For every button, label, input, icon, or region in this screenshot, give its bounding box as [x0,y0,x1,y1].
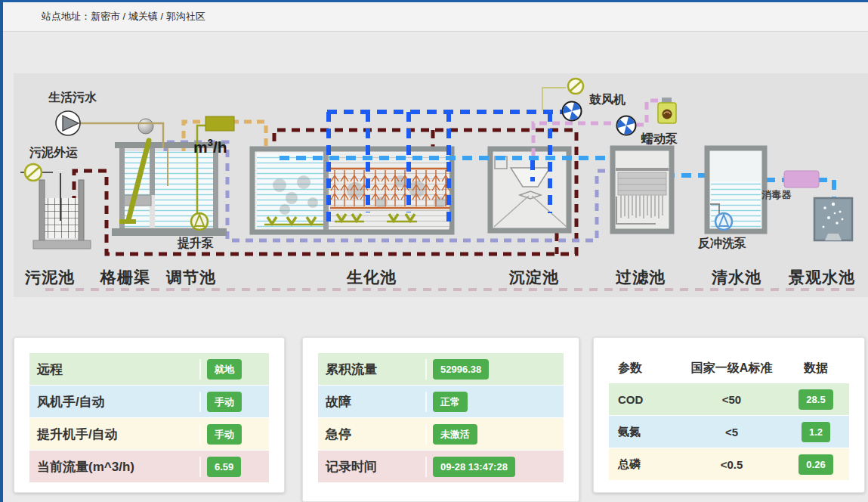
tank-label-sludge: 污泥池 [24,268,75,286]
disinfector-icon [784,171,819,187]
table-row: 急停 未激活 [318,418,564,450]
value-badge: 6.59 [207,457,241,477]
sludge-pool-tank [33,173,91,249]
value-badge: 0.26 [798,454,832,475]
table-row: 故障 正常 [318,386,564,417]
table-row: COD <50 28.5 [609,383,849,415]
peristaltic-fan-icon [615,116,636,138]
column-header: 国家一级A标准 [681,361,783,376]
filter-tank [613,148,672,231]
label-lift-pump: 提升泵 [177,237,214,249]
row-label: 记录时间 [326,458,425,476]
param-standard: <50 [681,393,783,406]
tank-label-sediment: 沉淀池 [508,268,559,286]
header-bar: 站点地址：新密市 / 城关镇 / 郭沟社区 [3,2,868,32]
process-flow-diagram: m3/h 生活污水 污泥外运 提升泵 鼓风机 蠕动泵 反冲洗泵 消毒器 污泥池 … [14,73,868,297]
control-panel-card: 远程 就地 风机手/自动 手动 提升机手/自动 手动 当前流量(m^3/h) 6… [14,337,285,493]
biochemical-tank [252,149,452,232]
tank-label-screen: 格栅渠 [100,268,150,286]
quality-table-header: 参数 国家一级A标准 数据 [609,353,849,383]
sedimentation-tank [490,149,569,231]
table-row: 风机手/自动 手动 [29,386,269,417]
dosing-container-icon [658,98,676,123]
row-label: 当前流量(m^3/h) [37,458,199,476]
param-name: 总磷 [609,457,681,472]
water-quality-card: 参数 国家一级A标准 数据 COD <50 28.5 氨氮 <5 1.2 总磷 … [593,337,865,493]
row-label: 急停 [326,426,425,443]
row-label: 远程 [37,361,199,378]
label-backwash: 反冲洗泵 [697,237,746,249]
status-badge: 手动 [207,424,242,445]
value-badge: 28.5 [798,389,832,410]
label-peristaltic: 蠕动泵 [641,132,678,145]
tank-label-filter: 过滤池 [615,268,666,286]
tank-label-bio: 生化池 [346,268,397,286]
value-badge: 1.2 [802,422,830,442]
table-row: 当前流量(m^3/h) 6.59 [29,451,269,482]
timestamp-badge: 09-28 13:47:28 [433,457,515,477]
row-label: 风机手/自动 [37,393,199,411]
tank-label-clean: 清水池 [711,268,761,286]
row-label: 提升机手/自动 [37,426,199,443]
tank-label-regulation: 调节池 [165,268,216,286]
process-flow-svg: m3/h 生活污水 污泥外运 提升泵 鼓风机 蠕动泵 反冲洗泵 消毒器 污泥池 … [14,73,868,297]
lift-pump-icon [191,213,208,230]
param-standard: <5 [681,426,783,438]
backwash-pump-icon [715,213,732,230]
param-name: COD [609,393,681,406]
param-name: 氨氮 [609,425,681,439]
landscape-pool-tank [814,198,852,240]
row-label: 累积流量 [326,361,425,378]
status-panel-card: 累积流量 52996.38 故障 正常 急停 未激活 记录时间 09-28 13… [302,337,579,502]
value-badge: 52996.38 [433,359,489,380]
blower-fan-icon [561,102,582,123]
table-row: 提升机手/自动 手动 [29,418,269,450]
table-row: 氨氮 <5 1.2 [609,416,849,448]
label-blower: 鼓风机 [588,93,626,106]
status-badge: 正常 [433,392,468,412]
table-row: 总磷 <0.5 0.26 [609,448,849,480]
table-row: 累积流量 52996.38 [318,353,564,385]
tank-label-landscape: 景观水池 [788,268,855,286]
label-disinfector: 消毒器 [761,189,792,200]
status-badge: 未激活 [433,424,477,445]
top-accent-strip [0,0,868,2]
status-badge: 手动 [207,392,242,412]
label-sewage-inlet: 生活污水 [48,91,97,104]
left-accent-border [0,0,3,502]
status-badge: 就地 [207,359,242,380]
sludge-out-valve-icon [20,164,53,181]
label-sludge-out: 污泥外运 [29,146,79,159]
column-header: 数据 [783,361,849,376]
site-address-breadcrumb: 站点地址：新密市 / 城关镇 / 郭沟社区 [42,10,205,23]
table-row: 记录时间 09-28 13:47:28 [318,451,564,482]
param-standard: <0.5 [681,458,783,471]
column-header: 参数 [609,361,681,376]
row-label: 故障 [326,393,425,411]
table-row: 远程 就地 [29,353,269,385]
